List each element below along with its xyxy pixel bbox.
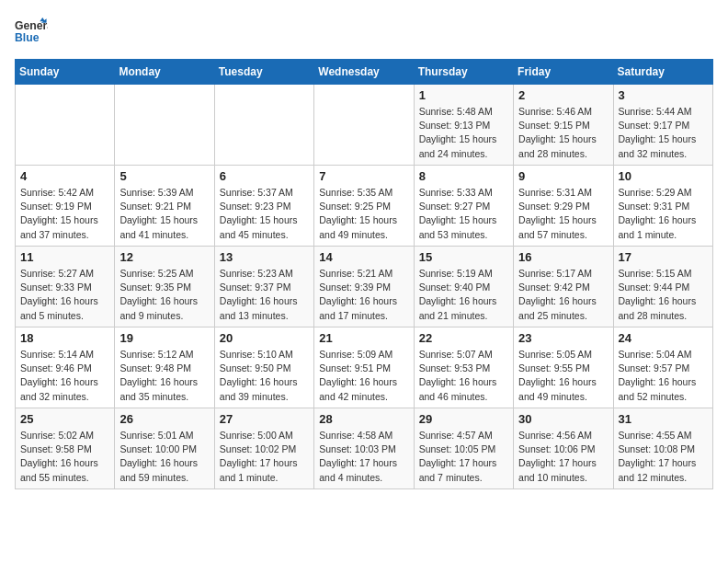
- day-info: Sunrise: 5:00 AM Sunset: 10:02 PM Daylig…: [220, 429, 309, 485]
- day-cell: [16, 85, 115, 166]
- day-info: Sunrise: 5:31 AM Sunset: 9:29 PM Dayligh…: [518, 186, 608, 242]
- day-number: 28: [319, 412, 408, 426]
- day-info: Sunrise: 5:01 AM Sunset: 10:00 PM Daylig…: [119, 429, 209, 485]
- day-number: 24: [619, 331, 708, 345]
- day-cell: 27Sunrise: 5:00 AM Sunset: 10:02 PM Dayl…: [214, 408, 313, 489]
- day-info: Sunrise: 5:09 AM Sunset: 9:51 PM Dayligh…: [319, 348, 408, 404]
- weekday-header-monday: Monday: [115, 60, 214, 85]
- day-cell: 31Sunrise: 4:55 AM Sunset: 10:08 PM Dayl…: [613, 408, 712, 489]
- day-info: Sunrise: 5:35 AM Sunset: 9:25 PM Dayligh…: [319, 186, 408, 242]
- day-cell: 15Sunrise: 5:19 AM Sunset: 9:40 PM Dayli…: [414, 247, 513, 327]
- day-cell: 16Sunrise: 5:17 AM Sunset: 9:42 PM Dayli…: [514, 247, 613, 327]
- day-cell: 13Sunrise: 5:23 AM Sunset: 9:37 PM Dayli…: [214, 247, 313, 327]
- day-info: Sunrise: 5:42 AM Sunset: 9:19 PM Dayligh…: [20, 186, 109, 242]
- day-number: 19: [119, 331, 209, 345]
- day-number: 10: [619, 169, 708, 183]
- day-cell: 28Sunrise: 4:58 AM Sunset: 10:03 PM Dayl…: [314, 408, 414, 489]
- day-cell: 17Sunrise: 5:15 AM Sunset: 9:44 PM Dayli…: [613, 247, 712, 327]
- calendar-table: SundayMondayTuesdayWednesdayThursdayFrid…: [15, 59, 713, 489]
- weekday-header-wednesday: Wednesday: [314, 60, 414, 85]
- day-number: 1: [419, 88, 508, 102]
- day-cell: 23Sunrise: 5:05 AM Sunset: 9:55 PM Dayli…: [514, 327, 613, 408]
- day-number: 12: [119, 250, 209, 264]
- day-cell: [115, 85, 214, 166]
- day-info: Sunrise: 5:46 AM Sunset: 9:15 PM Dayligh…: [518, 105, 608, 161]
- day-info: Sunrise: 5:02 AM Sunset: 9:58 PM Dayligh…: [20, 429, 109, 485]
- day-info: Sunrise: 5:25 AM Sunset: 9:35 PM Dayligh…: [119, 267, 209, 323]
- day-number: 14: [319, 250, 408, 264]
- day-info: Sunrise: 4:55 AM Sunset: 10:08 PM Daylig…: [619, 429, 708, 485]
- week-row-1: 4Sunrise: 5:42 AM Sunset: 9:19 PM Daylig…: [16, 166, 713, 247]
- day-info: Sunrise: 5:27 AM Sunset: 9:33 PM Dayligh…: [20, 267, 109, 323]
- day-info: Sunrise: 5:33 AM Sunset: 9:27 PM Dayligh…: [419, 186, 508, 242]
- page-header: GeneralBlue: [15, 15, 713, 48]
- day-info: Sunrise: 5:04 AM Sunset: 9:57 PM Dayligh…: [619, 348, 708, 404]
- day-cell: 14Sunrise: 5:21 AM Sunset: 9:39 PM Dayli…: [314, 247, 414, 327]
- day-cell: 11Sunrise: 5:27 AM Sunset: 9:33 PM Dayli…: [16, 247, 115, 327]
- week-row-3: 18Sunrise: 5:14 AM Sunset: 9:46 PM Dayli…: [16, 327, 713, 408]
- day-cell: [214, 85, 313, 166]
- day-info: Sunrise: 5:14 AM Sunset: 9:46 PM Dayligh…: [20, 348, 109, 404]
- day-number: 8: [419, 169, 508, 183]
- weekday-header-saturday: Saturday: [613, 60, 712, 85]
- day-info: Sunrise: 5:44 AM Sunset: 9:17 PM Dayligh…: [619, 105, 708, 161]
- day-number: 7: [319, 169, 408, 183]
- day-info: Sunrise: 5:39 AM Sunset: 9:21 PM Dayligh…: [119, 186, 209, 242]
- day-number: 25: [20, 412, 109, 426]
- day-number: 15: [419, 250, 508, 264]
- day-info: Sunrise: 5:12 AM Sunset: 9:48 PM Dayligh…: [119, 348, 209, 404]
- day-cell: 22Sunrise: 5:07 AM Sunset: 9:53 PM Dayli…: [414, 327, 513, 408]
- day-number: 11: [20, 250, 109, 264]
- day-info: Sunrise: 4:56 AM Sunset: 10:06 PM Daylig…: [518, 429, 608, 485]
- day-number: 22: [419, 331, 508, 345]
- day-info: Sunrise: 5:21 AM Sunset: 9:39 PM Dayligh…: [319, 267, 408, 323]
- day-info: Sunrise: 5:19 AM Sunset: 9:40 PM Dayligh…: [419, 267, 508, 323]
- day-info: Sunrise: 5:17 AM Sunset: 9:42 PM Dayligh…: [518, 267, 608, 323]
- day-info: Sunrise: 5:29 AM Sunset: 9:31 PM Dayligh…: [619, 186, 708, 242]
- day-cell: 9Sunrise: 5:31 AM Sunset: 9:29 PM Daylig…: [514, 166, 613, 247]
- day-cell: 19Sunrise: 5:12 AM Sunset: 9:48 PM Dayli…: [115, 327, 214, 408]
- day-number: 16: [518, 250, 608, 264]
- week-row-0: 1Sunrise: 5:48 AM Sunset: 9:13 PM Daylig…: [16, 85, 713, 166]
- day-number: 31: [619, 412, 708, 426]
- day-cell: 18Sunrise: 5:14 AM Sunset: 9:46 PM Dayli…: [16, 327, 115, 408]
- day-number: 17: [619, 250, 708, 264]
- day-cell: 29Sunrise: 4:57 AM Sunset: 10:05 PM Dayl…: [414, 408, 513, 489]
- day-info: Sunrise: 5:48 AM Sunset: 9:13 PM Dayligh…: [419, 105, 508, 161]
- day-number: 6: [220, 169, 309, 183]
- day-cell: 21Sunrise: 5:09 AM Sunset: 9:51 PM Dayli…: [314, 327, 414, 408]
- day-info: Sunrise: 4:58 AM Sunset: 10:03 PM Daylig…: [319, 429, 408, 485]
- day-cell: 26Sunrise: 5:01 AM Sunset: 10:00 PM Dayl…: [115, 408, 214, 489]
- day-cell: 5Sunrise: 5:39 AM Sunset: 9:21 PM Daylig…: [115, 166, 214, 247]
- weekday-header-row: SundayMondayTuesdayWednesdayThursdayFrid…: [16, 60, 713, 85]
- day-cell: 12Sunrise: 5:25 AM Sunset: 9:35 PM Dayli…: [115, 247, 214, 327]
- svg-text:Blue: Blue: [15, 31, 40, 44]
- day-number: 13: [220, 250, 309, 264]
- day-number: 9: [518, 169, 608, 183]
- day-number: 5: [119, 169, 209, 183]
- week-row-2: 11Sunrise: 5:27 AM Sunset: 9:33 PM Dayli…: [16, 247, 713, 327]
- day-cell: 1Sunrise: 5:48 AM Sunset: 9:13 PM Daylig…: [414, 85, 513, 166]
- day-number: 27: [220, 412, 309, 426]
- day-number: 29: [419, 412, 508, 426]
- day-cell: 20Sunrise: 5:10 AM Sunset: 9:50 PM Dayli…: [214, 327, 313, 408]
- day-cell: 6Sunrise: 5:37 AM Sunset: 9:23 PM Daylig…: [214, 166, 313, 247]
- day-info: Sunrise: 4:57 AM Sunset: 10:05 PM Daylig…: [419, 429, 508, 485]
- day-number: 30: [518, 412, 608, 426]
- day-number: 2: [518, 88, 608, 102]
- day-cell: 3Sunrise: 5:44 AM Sunset: 9:17 PM Daylig…: [613, 85, 712, 166]
- day-cell: 30Sunrise: 4:56 AM Sunset: 10:06 PM Dayl…: [514, 408, 613, 489]
- day-cell: 8Sunrise: 5:33 AM Sunset: 9:27 PM Daylig…: [414, 166, 513, 247]
- logo-icon: GeneralBlue: [15, 15, 48, 48]
- day-info: Sunrise: 5:37 AM Sunset: 9:23 PM Dayligh…: [220, 186, 309, 242]
- day-number: 3: [619, 88, 708, 102]
- day-number: 26: [119, 412, 209, 426]
- weekday-header-thursday: Thursday: [414, 60, 513, 85]
- day-info: Sunrise: 5:23 AM Sunset: 9:37 PM Dayligh…: [220, 267, 309, 323]
- weekday-header-friday: Friday: [514, 60, 613, 85]
- day-info: Sunrise: 5:07 AM Sunset: 9:53 PM Dayligh…: [419, 348, 508, 404]
- day-cell: 24Sunrise: 5:04 AM Sunset: 9:57 PM Dayli…: [613, 327, 712, 408]
- day-number: 4: [20, 169, 109, 183]
- day-cell: [314, 85, 414, 166]
- day-number: 20: [220, 331, 309, 345]
